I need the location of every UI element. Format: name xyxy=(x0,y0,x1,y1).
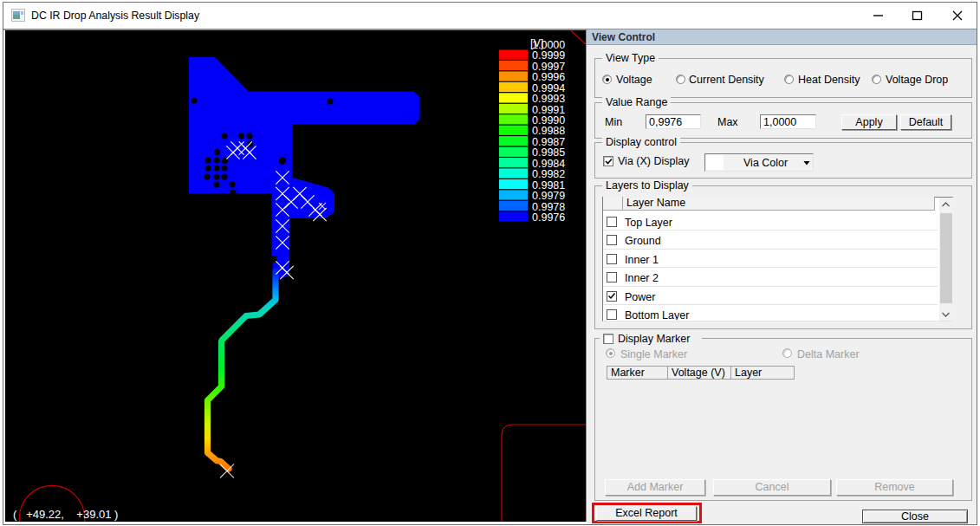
svg-text:[V]: [V] xyxy=(530,37,543,49)
svg-text:( +49.22, +39.01 ): ( +49.22, +39.01 ) xyxy=(13,508,118,521)
svg-text:0.9976: 0.9976 xyxy=(532,211,565,224)
